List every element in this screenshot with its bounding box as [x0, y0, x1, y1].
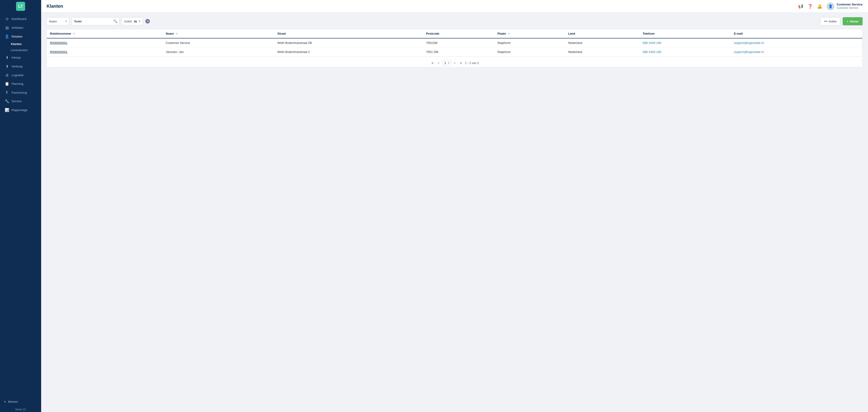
sidebar-item-artikelen[interactable]: ▤ Artikelen	[0, 23, 41, 32]
verkoop-icon: ⬆	[5, 64, 9, 68]
megaphone-icon[interactable]: 📢	[798, 4, 803, 9]
cell-plaats: Staphorst	[494, 48, 565, 57]
sidebar-item-dashboard-label: Dashboard	[11, 17, 26, 21]
table-row: R000000001 Janssen, Jan Weth Buitenhuiss…	[47, 48, 862, 57]
cell-postcode: 7951SM	[423, 38, 494, 48]
search-button[interactable]: 🔍	[113, 19, 118, 23]
app-logo: LT	[0, 0, 41, 13]
logistiek-icon: 🖨	[5, 73, 9, 77]
planning-icon: 📋	[5, 82, 9, 86]
nieuw-button[interactable]: + Nieuw	[843, 17, 863, 25]
header-right: 📢 ❓ 🔔 👤 Customer Service Customer Servic…	[798, 2, 863, 10]
user-info: Customer Service Customer Service	[837, 2, 863, 10]
col-relatienummer[interactable]: Relatienummer ▼	[47, 29, 163, 38]
cell-email: support@logictrade.nl	[731, 48, 862, 57]
field-select[interactable]: Naam	[46, 17, 69, 25]
week-label: Week 22	[0, 406, 41, 412]
sidebar-item-klanten[interactable]: Klanten	[11, 41, 41, 47]
last-page-button[interactable]: »	[459, 60, 463, 66]
facturering-icon: €	[5, 90, 9, 94]
col-plaats[interactable]: Plaats ▼	[494, 29, 565, 38]
sidebar-item-beheer-label: Beheer	[8, 400, 18, 404]
sidebar-item-leveranciers[interactable]: Leveranciers	[11, 47, 41, 53]
cell-straat: Weth Buitenhuisstraat 2	[274, 48, 423, 57]
dots-icon: •••	[824, 20, 827, 23]
inkoop-icon: ⬇	[5, 55, 9, 60]
sidebar-item-dashboard[interactable]: ⊙ Dashboard	[0, 14, 41, 23]
col-naam[interactable]: Naam ▼	[163, 29, 274, 38]
sidebar-item-logistiek-label: Logistiek	[11, 73, 24, 77]
sidebar-item-logistiek[interactable]: 🖨 Logistiek	[0, 71, 41, 79]
avatar: 👤	[827, 2, 834, 10]
actief-filter-badge[interactable]: Actief: Ja ▼	[122, 17, 143, 25]
cell-email: support@logictrade.nl	[731, 38, 862, 48]
customers-table-wrap: Relatienummer ▼ Naam ▼ Straat Postcode	[46, 29, 863, 67]
page-content: Naam ▼ 🔍 Actief: Ja ▼ ✕ ••• Acties	[41, 13, 868, 412]
help-icon[interactable]: ❓	[808, 4, 813, 9]
col-land[interactable]: Land	[565, 29, 640, 38]
actief-label: Actief:	[124, 20, 132, 23]
email-link[interactable]: support@logictrade.nl	[734, 41, 764, 45]
telefoon-link[interactable]: 088 2400 190	[643, 41, 661, 45]
search-input[interactable]	[71, 17, 119, 25]
col-postcode[interactable]: Postcode	[423, 29, 494, 38]
sidebar-item-relaties[interactable]: 👤 Relaties	[0, 32, 41, 41]
cell-naam: Customer Service	[163, 38, 274, 48]
sidebar-item-relaties-label: Relaties	[11, 35, 23, 38]
sidebar-item-rapportage-label: Rapportage	[11, 108, 28, 112]
next-page-button[interactable]: ›	[453, 60, 457, 66]
dashboard-icon: ⊙	[5, 17, 9, 21]
nieuw-label: Nieuw	[850, 20, 859, 23]
user-role: Customer Service	[837, 6, 863, 10]
field-select-wrap: Naam ▼	[46, 17, 69, 25]
first-page-button[interactable]: «	[430, 60, 435, 66]
sidebar-item-inkoop-label: Inkoop	[11, 56, 21, 59]
sidebar-item-rapportage[interactable]: 📊 Rapportage	[0, 106, 41, 114]
relatienummer-link[interactable]: R000000001	[50, 50, 67, 54]
plaats-sort-icon: ▼	[508, 32, 510, 35]
cell-relatienummer: R000000001	[47, 48, 163, 57]
user-name: Customer Service	[837, 2, 863, 6]
page-select-wrap: 1 ▼	[442, 60, 451, 66]
sidebar-item-planning-label: Planning	[11, 82, 24, 86]
sidebar-nav: ⊙ Dashboard ▤ Artikelen 👤 Relaties Klant…	[0, 13, 41, 398]
page-select[interactable]: 1	[442, 60, 451, 66]
col-email[interactable]: E-mail	[731, 29, 862, 38]
sidebar-item-planning[interactable]: 📋 Planning	[0, 79, 41, 88]
pagination: « ‹ 1 ▼ › » 1 - 2 van 2	[47, 57, 862, 67]
sidebar-item-beheer[interactable]: ≡ Beheer	[0, 398, 41, 406]
cell-naam: Janssen, Jan	[163, 48, 274, 57]
cell-postcode: 7951 SM	[423, 48, 494, 57]
bell-icon[interactable]: 🔔	[817, 4, 822, 9]
sidebar-item-inkoop[interactable]: ⬇ Inkoop	[0, 53, 41, 62]
sidebar-item-verkoop[interactable]: ⬆ Verkoop	[0, 62, 41, 71]
relatienummer-link[interactable]: R000000001	[50, 41, 67, 45]
col-telefoon[interactable]: Telefoon	[640, 29, 731, 38]
logo-box: LT	[16, 2, 25, 11]
acties-button[interactable]: ••• Acties	[820, 17, 840, 25]
cell-relatienummer: R000000001	[47, 38, 163, 48]
rapportage-icon: 📊	[5, 108, 9, 112]
cell-land: Nederland	[565, 38, 640, 48]
header-actions: ••• Acties + Nieuw	[820, 17, 863, 25]
sidebar-item-facturering[interactable]: € Facturering	[0, 88, 41, 97]
cell-land: Nederland	[565, 48, 640, 57]
service-icon: 🔧	[5, 99, 9, 104]
sidebar-item-artikelen-label: Artikelen	[11, 26, 24, 29]
actief-clear-button[interactable]: ✕	[145, 19, 150, 24]
user-menu[interactable]: 👤 Customer Service Customer Service	[827, 2, 863, 10]
relaties-icon: 👤	[5, 34, 9, 39]
col-straat[interactable]: Straat	[274, 29, 423, 38]
acties-label: Acties	[829, 20, 837, 23]
table-header: Relatienummer ▼ Naam ▼ Straat Postcode	[47, 29, 862, 38]
cell-telefoon: 088 2400 190	[640, 38, 731, 48]
main-content: Klanten 📢 ❓ 🔔 👤 Customer Service Custome…	[41, 0, 868, 412]
email-link[interactable]: support@logictrade.nl	[734, 50, 764, 54]
sidebar-item-facturering-label: Facturering	[11, 91, 27, 94]
telefoon-link[interactable]: 088 2400 190	[643, 50, 661, 54]
table-body: R000000001 Customer Service Weth Buitenh…	[47, 38, 862, 57]
sidebar-item-service[interactable]: 🔧 Service	[0, 97, 41, 106]
prev-page-button[interactable]: ‹	[437, 60, 440, 66]
sidebar: LT ⊙ Dashboard ▤ Artikelen 👤 Relaties Kl…	[0, 0, 41, 412]
beheer-icon: ≡	[4, 400, 6, 404]
